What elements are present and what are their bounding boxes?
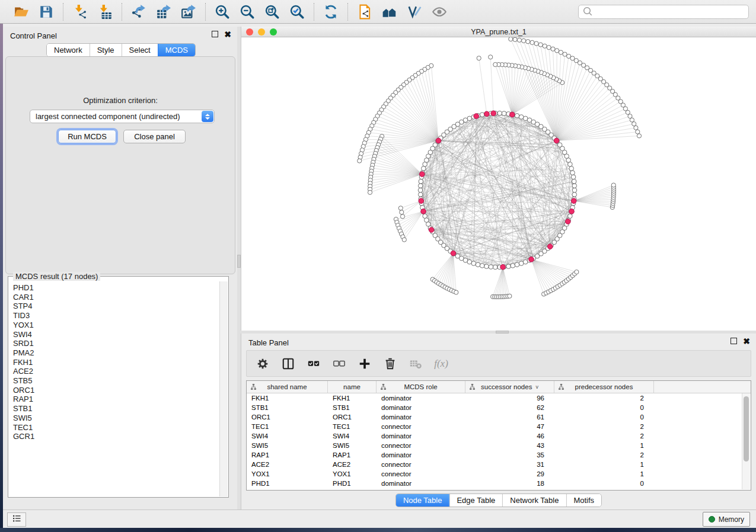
cell-shared_name[interactable]: ACE2 bbox=[247, 461, 328, 468]
run-mcds-button[interactable]: Run MCDS bbox=[58, 130, 116, 143]
mcds-result-list[interactable]: PHD1CAR1STP4TID3YOX1SWI4SRD1PMA2FKH1ACE2… bbox=[9, 281, 220, 496]
mcds-result-item[interactable]: STP4 bbox=[13, 302, 220, 311]
cell-predecessors[interactable]: 1 bbox=[554, 442, 654, 449]
cell-name[interactable]: ORC1 bbox=[328, 414, 377, 421]
table-row-TEC1[interactable]: TEC1TEC1connector472 bbox=[247, 422, 751, 431]
cell-successors[interactable]: 29 bbox=[465, 470, 554, 477]
float-panel-icon[interactable] bbox=[212, 31, 218, 37]
cell-successors[interactable]: 61 bbox=[465, 414, 554, 421]
deselect-all-icon[interactable] bbox=[331, 356, 347, 371]
tab-network-table[interactable]: Network Table bbox=[502, 494, 566, 507]
cell-role[interactable]: connector bbox=[377, 423, 465, 430]
cell-shared_name[interactable]: RAP1 bbox=[247, 451, 328, 459]
mcds-result-item[interactable]: CAR1 bbox=[13, 293, 220, 302]
cell-successors[interactable]: 47 bbox=[465, 423, 554, 430]
tab-mcds[interactable]: MCDS bbox=[158, 44, 195, 56]
cell-role[interactable]: dominator bbox=[377, 451, 465, 459]
cell-successors[interactable]: 35 bbox=[465, 451, 554, 459]
session-home-icon[interactable] bbox=[381, 4, 398, 20]
table-scrollbar[interactable] bbox=[742, 393, 750, 489]
cell-predecessors[interactable]: 2 bbox=[554, 395, 654, 402]
refresh-network-icon[interactable] bbox=[323, 4, 339, 20]
mcds-result-item[interactable]: SWI5 bbox=[13, 414, 220, 423]
cell-role[interactable]: connector bbox=[377, 470, 465, 477]
zoom-fit-icon[interactable] bbox=[264, 4, 280, 20]
table-row-YOX1[interactable]: YOX1YOX1connector291 bbox=[247, 469, 751, 479]
zoom-in-icon[interactable] bbox=[214, 4, 231, 20]
float-table-panel-icon[interactable] bbox=[731, 338, 737, 344]
cell-name[interactable]: FKH1 bbox=[328, 395, 377, 402]
select-all-icon[interactable] bbox=[306, 356, 321, 371]
cell-name[interactable]: STB1 bbox=[328, 404, 377, 411]
tab-select[interactable]: Select bbox=[122, 44, 158, 56]
tab-node-table[interactable]: Node Table bbox=[396, 494, 449, 507]
columns-icon[interactable] bbox=[280, 356, 296, 371]
cell-shared_name[interactable]: ORC1 bbox=[247, 414, 328, 421]
cell-successors[interactable]: 62 bbox=[465, 404, 554, 411]
cell-name[interactable]: YOX1 bbox=[328, 470, 377, 477]
table-scrollbar-thumb[interactable] bbox=[744, 396, 749, 462]
table-row-STB1[interactable]: STB1STB1dominator620 bbox=[247, 403, 751, 412]
mcds-result-item[interactable]: ACE2 bbox=[13, 367, 220, 376]
hide-graphics-icon[interactable] bbox=[406, 4, 423, 20]
table-row-PHD1[interactable]: PHD1PHD1dominator180 bbox=[247, 479, 751, 488]
minimize-window-icon[interactable] bbox=[258, 28, 265, 36]
column-header-MCDS-role[interactable]: MCDS role bbox=[377, 381, 465, 393]
cell-shared_name[interactable]: TEC1 bbox=[247, 423, 328, 430]
column-header-successor-nodes[interactable]: successor nodesv bbox=[465, 381, 554, 393]
network-canvas[interactable] bbox=[241, 37, 755, 330]
delete-column-icon[interactable] bbox=[382, 356, 398, 371]
cell-name[interactable]: ACE2 bbox=[328, 461, 377, 468]
cell-role[interactable]: dominator bbox=[377, 414, 465, 421]
tab-network[interactable]: Network bbox=[47, 44, 90, 56]
export-table-icon[interactable] bbox=[155, 4, 172, 20]
cell-role[interactable]: dominator bbox=[377, 432, 465, 440]
column-header-name[interactable]: name bbox=[328, 381, 377, 393]
cell-role[interactable]: connector bbox=[377, 442, 465, 449]
cell-shared_name[interactable]: STB1 bbox=[247, 404, 328, 411]
cell-shared_name[interactable]: PHD1 bbox=[247, 480, 328, 487]
cell-predecessors[interactable]: 0 bbox=[554, 414, 654, 421]
show-graphics-icon[interactable] bbox=[431, 4, 448, 20]
mcds-result-item[interactable]: GCR1 bbox=[13, 432, 220, 441]
mcds-list-scrollbar[interactable] bbox=[219, 281, 228, 496]
close-table-panel-icon[interactable]: ✖ bbox=[743, 338, 750, 344]
cell-name[interactable]: PHD1 bbox=[328, 480, 377, 487]
cell-predecessors[interactable]: 0 bbox=[554, 404, 654, 411]
criterion-dropdown[interactable]: largest connected component (undirected) bbox=[30, 110, 215, 123]
cell-predecessors[interactable]: 1 bbox=[554, 470, 654, 477]
mcds-result-item[interactable]: RAP1 bbox=[13, 395, 220, 404]
cell-role[interactable]: connector bbox=[377, 461, 465, 468]
tab-style[interactable]: Style bbox=[90, 44, 122, 56]
open-session-icon[interactable] bbox=[13, 4, 30, 20]
cell-predecessors[interactable]: 0 bbox=[554, 480, 654, 487]
zoom-window-icon[interactable] bbox=[270, 28, 277, 36]
cell-role[interactable]: dominator bbox=[377, 480, 465, 487]
cell-shared_name[interactable]: YOX1 bbox=[247, 470, 328, 477]
network-graph[interactable] bbox=[241, 37, 755, 330]
search-input[interactable] bbox=[592, 5, 748, 18]
close-panel-button[interactable]: Close panel bbox=[123, 130, 186, 143]
add-column-icon[interactable] bbox=[357, 356, 372, 371]
zoom-out-icon[interactable] bbox=[239, 4, 256, 20]
cell-shared_name[interactable]: SWI5 bbox=[247, 442, 328, 449]
save-session-icon[interactable] bbox=[38, 4, 55, 20]
table-row-SWI4[interactable]: SWI4SWI4dominator462 bbox=[247, 431, 751, 441]
table-row-FKH1[interactable]: FKH1FKH1dominator962 bbox=[247, 393, 751, 403]
cell-role[interactable]: dominator bbox=[377, 404, 465, 411]
cell-successors[interactable]: 31 bbox=[465, 461, 554, 468]
tab-edge-table[interactable]: Edge Table bbox=[449, 494, 502, 507]
mcds-result-item[interactable]: TEC1 bbox=[13, 423, 220, 432]
cell-shared_name[interactable]: SWI4 bbox=[247, 432, 328, 440]
mcds-result-item[interactable]: STB1 bbox=[13, 404, 220, 414]
cell-successors[interactable]: 96 bbox=[465, 395, 554, 402]
mcds-result-item[interactable]: STB5 bbox=[13, 376, 220, 386]
table-row-ORC1[interactable]: ORC1ORC1dominator610 bbox=[247, 412, 751, 422]
cell-successors[interactable]: 46 bbox=[465, 432, 554, 440]
cell-predecessors[interactable]: 2 bbox=[554, 423, 654, 430]
cell-predecessors[interactable]: 1 bbox=[554, 461, 654, 468]
table-row-RAP1[interactable]: RAP1RAP1dominator352 bbox=[247, 450, 751, 460]
column-header-shared-name[interactable]: shared name bbox=[247, 381, 328, 393]
mcds-result-item[interactable]: SRD1 bbox=[13, 339, 220, 348]
import-table-icon[interactable] bbox=[97, 4, 113, 20]
